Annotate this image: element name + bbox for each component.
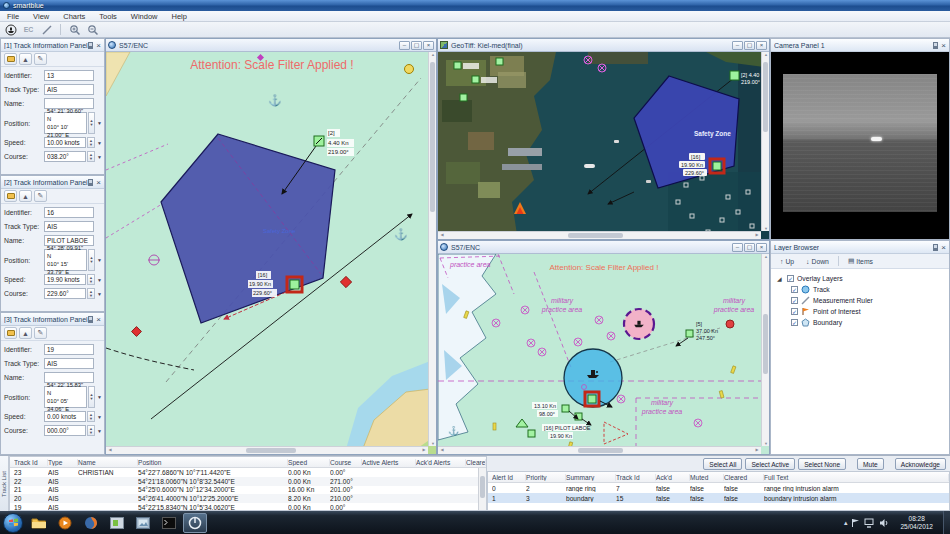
expander-icon[interactable]: ◢ — [777, 275, 784, 282]
table-row[interactable]: 23AISCHRISTIAN54°22'7.6860"N 10°7'11.442… — [10, 468, 486, 477]
layer-item-boundary[interactable]: ✓ Boundary — [791, 317, 949, 328]
select-none-button[interactable]: Select None — [798, 458, 846, 470]
taskbar-clock[interactable]: 08:2825/04/2012 — [894, 515, 939, 531]
speed-field[interactable] — [44, 274, 86, 285]
identifier-field[interactable] — [44, 344, 94, 355]
speed-field[interactable] — [44, 137, 86, 148]
close-button[interactable]: × — [756, 243, 767, 252]
center-view-icon[interactable]: ▲ — [19, 53, 32, 65]
show-desktop-button[interactable] — [943, 511, 950, 534]
table-row[interactable]: 21AIS54°25'0.6000"N 10°12'34.2000"E 16.0… — [10, 486, 486, 495]
open-icon[interactable] — [4, 53, 17, 65]
geotiff-canvas[interactable]: Safety Zone [2] 4.40 Kn 219.00° [16] 19.… — [438, 52, 769, 239]
course-field[interactable] — [44, 151, 86, 162]
close-icon[interactable]: × — [941, 42, 946, 49]
ruler-tool-icon[interactable] — [39, 23, 54, 36]
horizontal-scrollbar[interactable]: ◀▶ — [106, 446, 428, 454]
alert-table-header[interactable]: Alert IdPrioritySummary Track IdAck'dMut… — [488, 472, 949, 483]
pin-icon[interactable] — [933, 244, 938, 251]
table-row[interactable]: 22AIS54°21'18.0060"N 10°8'32.5440"E 0.00… — [10, 477, 486, 486]
layer-up-button[interactable]: ↑Up — [775, 256, 799, 267]
close-icon[interactable]: × — [96, 179, 101, 186]
track-marker-2[interactable] — [314, 136, 324, 146]
zoom-out-icon[interactable] — [85, 23, 100, 36]
checkbox[interactable]: ✓ — [791, 308, 798, 315]
identifier-field[interactable] — [44, 207, 94, 218]
minimize-button[interactable]: – — [732, 41, 743, 50]
layer-items-button[interactable]: ▤Items — [843, 255, 878, 267]
close-icon[interactable]: × — [96, 42, 101, 49]
speed-spinner[interactable]: ▲▼ — [87, 274, 95, 285]
layer-down-button[interactable]: ↓Down — [801, 256, 834, 267]
position-field[interactable]: 54° 28' 09.91" N010° 15' 33.79" E — [44, 249, 87, 271]
position-spinner[interactable]: ▲▼ — [88, 112, 95, 134]
pin-icon[interactable] — [88, 179, 93, 186]
course-spinner[interactable]: ▲▼ — [87, 151, 95, 162]
taskbar-firefox-icon[interactable] — [79, 513, 103, 533]
tray-flag-icon[interactable] — [851, 514, 860, 532]
menu-window[interactable]: Window — [124, 12, 165, 21]
enc-small-canvas[interactable]: practice area militarypractice area mili… — [438, 254, 769, 454]
restricted-circle[interactable] — [624, 309, 654, 339]
track-marker-5[interactable] — [686, 330, 693, 337]
pin-icon[interactable] — [88, 42, 93, 49]
speed-field[interactable] — [44, 411, 86, 422]
checkbox[interactable]: ✓ — [791, 297, 798, 304]
dropdown-arrow-icon[interactable]: ▼ — [97, 414, 102, 420]
edit-icon[interactable]: ✎ — [34, 190, 47, 202]
checkbox[interactable]: ✓ — [791, 319, 798, 326]
menu-tools[interactable]: Tools — [92, 12, 124, 21]
edit-icon[interactable]: ✎ — [34, 327, 47, 339]
dropdown-arrow-icon[interactable]: ▼ — [97, 394, 102, 400]
course-field[interactable] — [44, 288, 86, 299]
position-spinner[interactable]: ▲▼ — [88, 249, 95, 271]
speed-spinner[interactable]: ▲▼ — [87, 411, 95, 422]
acknowledge-button[interactable]: Acknowledge — [895, 458, 946, 470]
dropdown-arrow-icon[interactable]: ▼ — [97, 154, 102, 160]
track-tool-icon[interactable] — [3, 23, 18, 36]
edit-icon[interactable]: ✎ — [34, 53, 47, 65]
dropdown-arrow-icon[interactable]: ▼ — [97, 120, 102, 126]
course-spinner[interactable]: ▲▼ — [87, 425, 95, 436]
center-view-icon[interactable]: ▲ — [19, 327, 32, 339]
track-list-tab[interactable]: Track List — [0, 456, 9, 511]
vertical-scrollbar[interactable]: ▲▼ — [761, 254, 769, 446]
dropdown-arrow-icon[interactable]: ▼ — [97, 277, 102, 283]
vertical-scrollbar[interactable]: ▲▼ — [761, 52, 769, 231]
layer-item-track[interactable]: ✓ Track — [791, 284, 949, 295]
taskbar-mediaplayer-icon[interactable] — [53, 513, 77, 533]
restore-button[interactable]: ▢ — [744, 41, 755, 50]
checkbox[interactable]: ✓ — [791, 286, 798, 293]
menu-charts[interactable]: Charts — [56, 12, 92, 21]
menu-help[interactable]: Help — [165, 12, 194, 21]
layer-item-poi[interactable]: ✓ Point of Interest — [791, 306, 949, 317]
ec-tool-icon[interactable]: EC — [21, 23, 36, 36]
minimize-button[interactable]: – — [399, 41, 410, 50]
tray-expand-icon[interactable]: ▴ — [844, 519, 848, 527]
camera-feed[interactable] — [783, 74, 937, 212]
minimize-button[interactable]: – — [732, 243, 743, 252]
zoom-in-icon[interactable] — [67, 23, 82, 36]
dropdown-arrow-icon[interactable]: ▼ — [97, 428, 102, 434]
position-field[interactable]: 54° 22' 15.83" N010° 05' 34.06" E — [44, 386, 87, 408]
restore-button[interactable]: ▢ — [744, 243, 755, 252]
track-marker-2[interactable] — [730, 71, 739, 80]
course-field[interactable] — [44, 425, 86, 436]
taskbar-imageviewer-icon[interactable] — [131, 513, 155, 533]
taskbar-explorer-icon[interactable] — [27, 513, 51, 533]
layer-item-ruler[interactable]: ✓ Measurement Ruler — [791, 295, 949, 306]
tray-network-icon[interactable] — [864, 514, 875, 532]
pin-icon[interactable] — [88, 316, 93, 323]
position-field[interactable]: 54° 21' 30.60" N010° 10' 21.00" E — [44, 112, 87, 134]
restore-button[interactable]: ▢ — [411, 41, 422, 50]
checkbox[interactable]: ✓ — [787, 275, 794, 282]
horizontal-scrollbar[interactable]: ◀▶ — [438, 231, 761, 239]
taskbar-app1-icon[interactable] — [105, 513, 129, 533]
course-spinner[interactable]: ▲▼ — [87, 288, 95, 299]
enc-main-canvas[interactable]: Safety Zone ⚓ ⚓ [2] 4.40 Kn — [106, 52, 436, 454]
dropdown-arrow-icon[interactable]: ▼ — [97, 257, 102, 263]
close-icon[interactable]: × — [941, 244, 946, 251]
open-icon[interactable] — [4, 327, 17, 339]
close-button[interactable]: × — [423, 41, 434, 50]
table-row[interactable]: 20AIS54°26'41.4000"N 10°12'25.2000"E 8.2… — [10, 494, 486, 503]
